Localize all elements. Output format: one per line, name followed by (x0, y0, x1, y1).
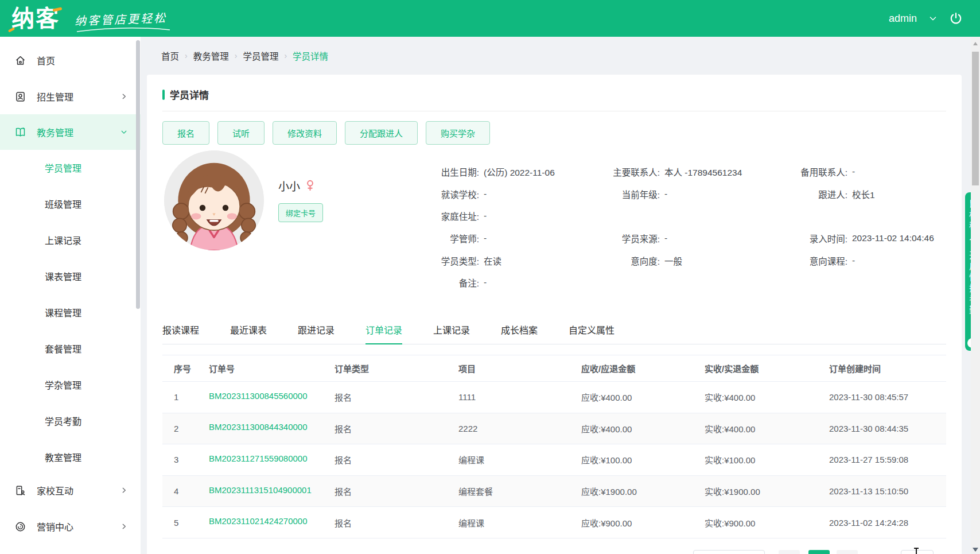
next-page-button[interactable] (837, 550, 858, 554)
slogan-text: 纳客管店更轻松 (75, 9, 168, 29)
info-label: 主要联系人: (608, 165, 660, 178)
enroll-button[interactable]: 报名 (162, 121, 209, 145)
breadcrumb-academic[interactable]: 教务管理 (193, 49, 229, 62)
cell-received: 实收:¥400.00 (693, 391, 818, 403)
scroll-down-arrow-icon[interactable] (973, 548, 978, 552)
top-header: 纳客 纳客管店更轻松 admin (0, 0, 980, 37)
title-accent-bar (162, 90, 165, 100)
student-name: 小小 (278, 178, 300, 193)
sidebar-item-label: 营销中心 (37, 520, 73, 533)
edit-profile-button[interactable]: 修改资料 (273, 121, 337, 145)
book-icon (14, 126, 27, 138)
sidebar-item-label: 首页 (37, 53, 55, 67)
table-row: 2 BM202311300844340000 报名 2222 应收:¥400.0… (162, 413, 946, 445)
tab-order-records[interactable]: 订单记录 (365, 323, 402, 344)
order-number-link[interactable]: BM202311021424270000 (209, 516, 308, 527)
info-label: 就读学校: (379, 188, 479, 200)
cell-received: 实收:¥400.00 (693, 423, 818, 435)
prev-page-button[interactable] (779, 550, 800, 554)
subitem-label: 班级管理 (45, 197, 81, 211)
info-label: 家庭住址: (379, 210, 479, 222)
tab-recent-timetable[interactable]: 最近课表 (230, 323, 267, 344)
sidebar-item-home[interactable]: 首页 (0, 42, 141, 78)
tab-enrolled-courses[interactable]: 报读课程 (162, 323, 199, 344)
cell-created: 2023-11-27 15:59:08 (818, 455, 946, 464)
info-value: (公历) 2022-11-06 (479, 165, 608, 178)
breadcrumb-separator: › (284, 51, 287, 60)
info-value: 校长1 (847, 188, 950, 200)
info-value: 一般 (660, 254, 760, 267)
cell-item: 编程课 (447, 517, 570, 529)
chevron-right-icon (120, 522, 128, 530)
avatar-girl-illustration (164, 150, 264, 250)
order-number-link[interactable]: BM202311300844340000 (209, 422, 308, 433)
buy-misc-button[interactable]: 购买学杂 (426, 121, 490, 145)
table-row: 5 BM202311021424270000 报名 编程课 应收:¥900.00… (162, 507, 946, 538)
sidebar-item-marketing[interactable]: 营销中心 (0, 509, 141, 544)
user-menu[interactable]: admin (889, 13, 917, 25)
order-number-link[interactable]: BM202311300845560000 (209, 391, 308, 402)
col-header-order-no: 订单号 (197, 362, 323, 374)
female-icon (305, 180, 316, 192)
sidebar-subitem-classrooms[interactable]: 教室管理 (0, 439, 141, 475)
orders-table: 序号 订单号 订单类型 项目 应收/应退金额 实收/实退金额 订单创建时间 1 … (162, 355, 946, 538)
tab-custom-attributes[interactable]: 自定义属性 (569, 323, 615, 344)
sidebar-subitem-misc-fees[interactable]: 学杂管理 (0, 366, 141, 402)
cell-receivable: 应收:¥400.00 (570, 423, 693, 435)
cell-received: 实收:¥900.00 (693, 517, 818, 529)
sidebar-subitem-classes[interactable]: 班级管理 (0, 185, 141, 222)
window-scrollbar[interactable] (971, 37, 980, 554)
breadcrumb-students[interactable]: 学员管理 (243, 49, 278, 62)
chevron-right-icon (120, 92, 128, 100)
power-icon[interactable] (949, 11, 963, 25)
tab-lesson-records[interactable]: 上课记录 (433, 323, 470, 344)
page-size-select[interactable] (693, 550, 765, 554)
cell-order-type: 报名 (323, 485, 447, 497)
avatar (164, 150, 264, 250)
bind-card-button[interactable]: 绑定卡号 (278, 203, 323, 222)
cell-order-type: 报名 (323, 423, 447, 435)
sidebar-item-label: 家校互动 (37, 483, 73, 497)
table-row: 4 BM2023111315104900001 报名 编程套餐 应收:¥1900… (162, 476, 946, 507)
info-value: 2023-11-02 14:04:46 (847, 233, 950, 243)
chevron-down-icon[interactable] (928, 14, 938, 23)
sidebar-subitem-attendance[interactable]: 学员考勤 (0, 402, 141, 439)
brand-slogan: 纳客管店更轻松 (75, 10, 172, 33)
info-label: 出生日期: (379, 165, 479, 178)
breadcrumb-separator: › (235, 51, 238, 60)
cell-item: 编程课 (447, 454, 570, 466)
info-label: 当前年级: (608, 188, 660, 200)
current-page-button[interactable] (808, 550, 830, 554)
sidebar-subitem-packages[interactable]: 套餐管理 (0, 330, 141, 366)
tab-follow-records[interactable]: 跟进记录 (298, 323, 335, 344)
info-value: - (479, 189, 608, 199)
breadcrumb-home[interactable]: 首页 (161, 49, 179, 62)
scroll-up-arrow-icon[interactable] (973, 42, 978, 45)
sidebar-item-home-school[interactable]: 家校互动 (0, 472, 141, 508)
table-header-row: 序号 订单号 订单类型 项目 应收/应退金额 实收/实退金额 订单创建时间 (162, 355, 946, 382)
sidebar-subitem-courses[interactable]: 课程管理 (0, 294, 141, 330)
sidebar-subitem-timetable[interactable]: 课表管理 (0, 258, 141, 294)
sidebar-scrollbar[interactable] (136, 40, 140, 309)
cell-created: 2023-11-02 14:24:28 (818, 518, 946, 528)
cell-no: 1 (162, 392, 197, 402)
page-jump-input[interactable] (901, 550, 934, 554)
sidebar-item-admissions[interactable]: 招生管理 (0, 79, 141, 114)
info-label: 意向度: (608, 254, 660, 267)
info-label: 录入时间: (760, 232, 847, 245)
cell-created: 2023-11-30 08:44:35 (818, 424, 946, 433)
sidebar-item-academic[interactable]: 教务管理 (0, 114, 141, 150)
order-number-link[interactable]: BM2023111315104900001 (209, 485, 312, 496)
col-header-order-type: 订单类型 (323, 362, 447, 374)
page-title-text: 学员详情 (170, 87, 209, 102)
tab-growth-archive[interactable]: 成长档案 (501, 323, 538, 344)
assign-follower-button[interactable]: 分配跟进人 (345, 121, 418, 145)
door-person-icon (14, 484, 27, 497)
order-number-link[interactable]: BM202311271559080000 (209, 454, 308, 464)
sidebar-subitem-lesson-records[interactable]: 上课记录 (0, 222, 141, 258)
chevron-right-icon (120, 486, 128, 494)
trial-button[interactable]: 试听 (217, 121, 265, 145)
sidebar-subitem-students[interactable]: 学员管理 (0, 149, 141, 185)
scrollbar-thumb[interactable] (972, 52, 979, 185)
cell-created: 2023-11-30 08:45:57 (818, 392, 946, 402)
